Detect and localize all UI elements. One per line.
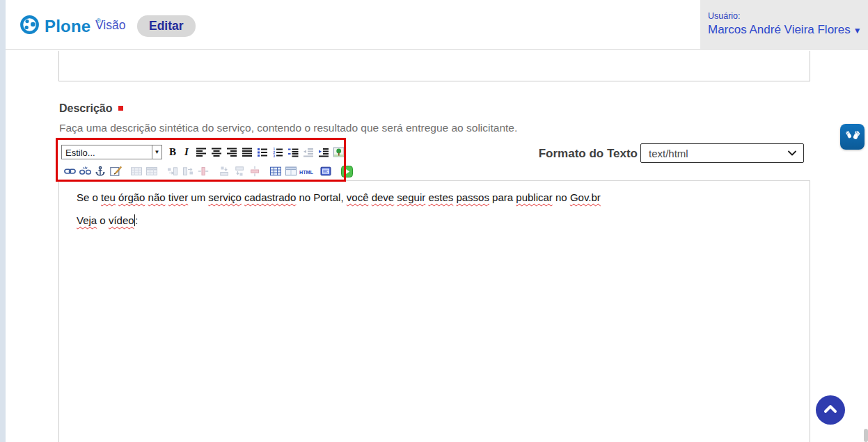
indent-icon[interactable] [317,145,331,159]
user-menu-caret-icon: ▼ [853,26,862,35]
remove-row-icon[interactable] [248,164,262,178]
top-header: Plone® Visão Editar Usuário: Marcos Andr… [6,0,868,50]
plone-logo[interactable]: Plone® [19,15,100,38]
insert-image-icon[interactable] [332,145,346,159]
plone-edit-page: Plone® Visão Editar Usuário: Marcos Andr… [0,0,868,442]
tab-visao[interactable]: Visão [95,18,125,33]
add-column-after-icon[interactable] [181,164,195,178]
justify-icon[interactable] [240,145,254,159]
description-field-help: Faça uma descrição sintética do serviço,… [59,122,517,134]
user-menu-label: Usuário: [708,11,868,21]
remove-column-icon[interactable] [196,164,210,178]
user-menu[interactable]: Usuário: Marcos André Vieira Flores▼ [700,0,868,50]
definition-list-icon[interactable] [286,145,300,159]
editor-toolbar-row2: HTML [63,164,354,179]
remove-table-icon[interactable] [145,164,159,178]
bulleted-list-icon[interactable] [255,145,269,159]
editor-paragraph: Veja o vídeo: [77,214,796,228]
external-link-icon[interactable] [78,164,92,178]
plone-logo-icon [19,15,40,38]
chevron-up-icon [822,403,839,417]
scroll-to-top-button[interactable] [816,395,845,425]
plone-logo-text: Plone [45,17,90,36]
align-left-icon[interactable] [194,145,208,159]
vlibras-accessibility-button[interactable] [840,124,865,150]
add-column-before-icon[interactable] [166,164,180,178]
editor-toolbar-row1: Estilo... ▼ B I 123 [61,144,346,160]
align-right-icon[interactable] [225,145,239,159]
edit-frame-icon[interactable] [109,164,123,178]
source-view-icon[interactable] [319,164,333,178]
text-format-value: text/html [641,148,788,159]
table-properties-icon[interactable] [284,164,298,178]
run-icon[interactable] [340,164,354,178]
scrollbar-thumb[interactable] [864,429,868,442]
add-row-above-icon[interactable] [217,164,231,178]
html-source-icon[interactable]: HTML [299,164,317,178]
align-center-icon[interactable] [210,145,223,159]
tab-editar[interactable]: Editar [137,15,196,37]
style-select[interactable]: Estilo... ▼ [61,145,162,159]
svg-text:HTML: HTML [299,169,314,175]
anchor-icon[interactable] [93,164,107,178]
italic-icon[interactable]: I [180,145,193,159]
text-format-select[interactable]: text/html [640,143,804,163]
outdent-icon[interactable] [301,145,315,159]
editor-paragraph: Se o teu órgão não tiver um serviço cada… [77,191,796,205]
numbered-list-icon[interactable]: 123 [271,145,285,159]
description-field-label: Descrição [59,102,123,115]
svg-text:3: 3 [273,155,275,157]
style-select-value: Estilo... [62,145,152,159]
internal-link-icon[interactable] [63,164,77,178]
add-table-icon[interactable] [129,164,143,178]
bold-icon[interactable]: B [166,145,179,159]
sign-language-hands-icon [844,127,861,147]
previous-field-textarea[interactable] [58,51,810,81]
table-grid-icon[interactable] [269,164,283,178]
required-field-marker [118,106,123,111]
page-gutter [0,0,6,442]
chevron-down-icon [788,150,796,156]
add-row-below-icon[interactable] [232,164,246,178]
user-menu-name: Marcos André Vieira Flores▼ [708,23,868,37]
richtext-editor-body[interactable]: Se o teu órgão não tiver um serviço cada… [59,182,810,442]
text-format-label: Formato do Texto [487,147,638,161]
style-select-arrow-icon: ▼ [152,145,161,159]
